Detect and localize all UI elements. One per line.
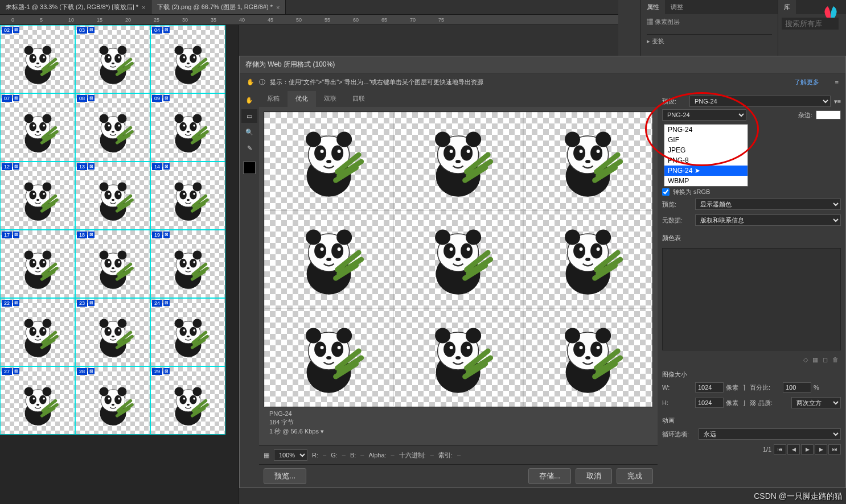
width-input[interactable] [695, 382, 724, 393]
svg-point-156 [192, 387, 202, 396]
frame-thumb[interactable]: 27⊠ [0, 366, 75, 435]
preview-button[interactable]: 预览... [264, 468, 306, 484]
frame-thumb[interactable]: 29⊠ [150, 366, 225, 435]
zoom-tool[interactable]: 🔍 [241, 125, 257, 139]
eyedropper-color[interactable] [243, 162, 256, 174]
svg-point-220 [314, 341, 326, 357]
frame-thumb[interactable]: 13⊠ [75, 162, 150, 230]
format-option-png24-sel[interactable]: PNG-24 ➤ [664, 166, 748, 176]
eyedropper-tool[interactable]: ✎ [241, 141, 257, 155]
height-label: H: [662, 399, 693, 406]
tab-doc1[interactable]: 未标题-1 @ 33.3% (下载 (2), RGB/8*) [喷放后] *× [0, 0, 151, 14]
panel-dock-icons[interactable] [618, 0, 641, 57]
canvas-timeline[interactable]: 02⊠03⊠04⊠07⊠08⊠09⊠12⊠13⊠14⊠17⊠18⊠19⊠22⊠2… [0, 25, 239, 504]
zoom-select[interactable]: 100% [274, 449, 307, 461]
view-original[interactable]: 原稿 [259, 91, 288, 107]
frame-thumb[interactable]: 28⊠ [75, 366, 150, 435]
format-option-png8[interactable]: PNG-8 [664, 155, 748, 166]
svg-point-32 [39, 122, 46, 131]
svg-point-68 [114, 190, 121, 199]
learn-more-link[interactable]: 了解更多 [794, 78, 819, 86]
svg-point-147 [117, 387, 126, 396]
map-color-icon[interactable]: ▦ [812, 356, 818, 363]
tab-properties[interactable]: 属性 [641, 0, 665, 14]
tab-library[interactable]: 库 [778, 0, 796, 14]
frame-thumb[interactable]: 08⊠ [75, 93, 150, 162]
format-option-png24[interactable]: PNG-24 [664, 125, 748, 135]
svg-point-228 [466, 328, 481, 343]
last-frame-btn[interactable]: ⏭ [828, 444, 841, 455]
next-frame-btn[interactable]: ▶ [815, 444, 827, 455]
metadata-select[interactable]: 版权和联系信息 [695, 214, 841, 226]
frame-thumb[interactable]: 07⊠ [0, 93, 75, 162]
frame-thumb[interactable]: 24⊠ [150, 298, 225, 366]
svg-point-61 [43, 193, 45, 195]
svg-point-29 [24, 114, 33, 123]
svg-point-165 [336, 131, 352, 147]
quality-select[interactable]: 两次立方 [791, 397, 841, 408]
frame-thumb[interactable]: 22⊠ [0, 298, 75, 366]
preview-canvas[interactable] [264, 111, 653, 407]
svg-point-194 [331, 243, 343, 259]
convert-srgb-check[interactable] [662, 188, 670, 196]
matte-swatch[interactable] [816, 110, 841, 119]
slice-select-tool[interactable]: ▭ [241, 109, 257, 123]
prev-frame-btn[interactable]: ◀ [787, 444, 800, 455]
frame-thumb[interactable]: 04⊠ [150, 25, 225, 93]
add-color-icon[interactable]: ◻ [823, 356, 828, 363]
tab-doc2[interactable]: 下载 (2).png @ 66.7% (图层 1, RGB/8#) *× [151, 0, 286, 14]
format-option-jpeg[interactable]: JPEG [664, 145, 748, 155]
frame-thumb[interactable]: 19⊠ [150, 230, 225, 298]
frame-thumb[interactable]: 09⊠ [150, 93, 225, 162]
frame-thumb[interactable]: 02⊠ [0, 25, 75, 93]
save-button[interactable]: 存储... [528, 468, 571, 484]
svg-point-102 [192, 250, 202, 259]
preset-menu-icon[interactable]: ▾≡ [834, 98, 841, 105]
close-icon[interactable]: × [142, 4, 145, 11]
svg-point-77 [190, 190, 196, 199]
done-button[interactable]: 完成 [617, 468, 653, 484]
grid-toggle-icon[interactable]: ▦ [264, 452, 269, 459]
svg-point-196 [338, 247, 341, 251]
height-input[interactable] [695, 398, 724, 408]
format-option-gif[interactable]: GIF [664, 135, 748, 145]
view-2up[interactable]: 双联 [316, 91, 344, 107]
color-table[interactable] [662, 248, 841, 350]
frame-thumb[interactable]: 17⊠ [0, 230, 75, 298]
dialog-title: 存储为 Web 所用格式 (100%) [240, 56, 845, 73]
cancel-button[interactable]: 取消 [576, 468, 612, 484]
lock-color-icon[interactable]: ◇ [803, 356, 808, 363]
svg-point-232 [467, 346, 470, 349]
preset-select[interactable]: PNG-24 [689, 96, 831, 107]
format-select[interactable]: PNG-24 [662, 109, 746, 121]
svg-point-88 [43, 261, 45, 263]
frame-thumb[interactable]: 23⊠ [75, 298, 150, 366]
play-btn[interactable]: ▶ [801, 444, 814, 455]
frame-thumb[interactable]: 12⊠ [0, 162, 75, 230]
close-icon[interactable]: × [276, 4, 280, 11]
preview-select[interactable]: 显示器颜色 [695, 199, 841, 210]
link-icon[interactable]: ⛓ [750, 399, 756, 406]
frame-thumb[interactable]: 03⊠ [75, 25, 150, 93]
view-4up[interactable]: 四联 [344, 91, 373, 107]
frame-thumb[interactable]: 18⊠ [75, 230, 150, 298]
transform-section[interactable]: ▸ 变换 [647, 34, 772, 46]
hand-tool[interactable]: ✋ [241, 93, 257, 107]
format-option-wbmp[interactable]: WBMP [664, 176, 748, 186]
svg-point-75 [192, 182, 202, 191]
options-menu-icon[interactable]: ≡ [835, 79, 839, 86]
loop-select[interactable]: 永远 [699, 428, 841, 440]
svg-point-224 [326, 356, 331, 360]
frame-thumb[interactable]: 14⊠ [150, 162, 225, 230]
view-optimized[interactable]: 优化 [288, 91, 316, 107]
first-frame-btn[interactable]: ⏮ [774, 444, 786, 455]
tab-adjustments[interactable]: 调整 [665, 0, 689, 14]
svg-point-130 [179, 327, 186, 336]
svg-point-30 [42, 114, 51, 123]
svg-point-230 [461, 341, 473, 357]
hand-tool-icon[interactable]: ✋ [247, 79, 254, 86]
delete-color-icon[interactable]: 🗑 [832, 356, 839, 363]
percent-input[interactable] [783, 382, 811, 393]
svg-point-119 [99, 319, 108, 328]
svg-point-120 [117, 319, 126, 328]
